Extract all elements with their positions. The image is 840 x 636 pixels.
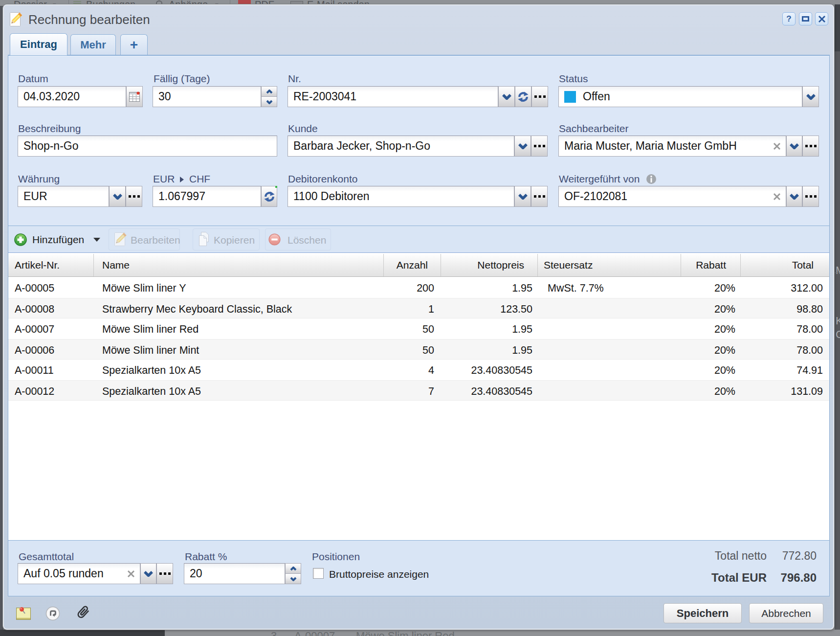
svg-text:?: ? [786,15,791,23]
